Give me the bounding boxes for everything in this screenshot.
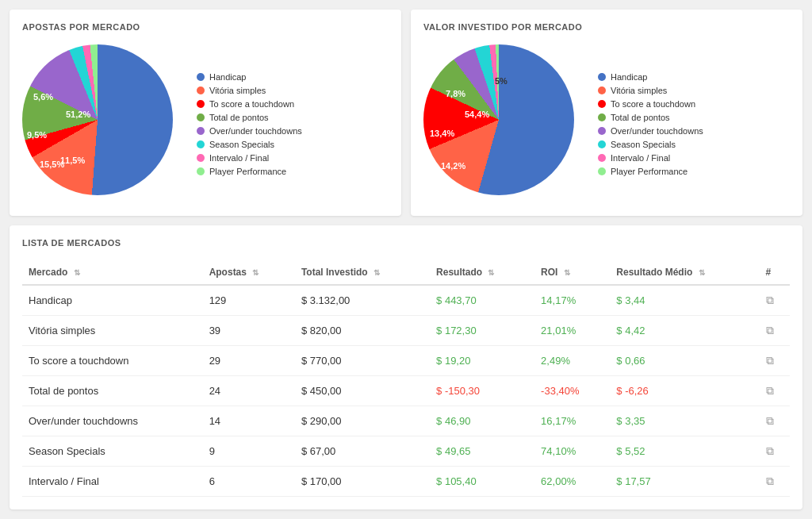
sort-icon[interactable]: ⇅ <box>699 268 705 277</box>
cell-link[interactable]: ⧉ <box>760 346 790 376</box>
legend-label: To score a touchdown <box>209 99 294 109</box>
cell-medio: $ 0,66 <box>610 346 759 376</box>
table-row: Total de pontos 24 $ 450,00 $ -150,30 -3… <box>22 376 790 406</box>
legend-label: Player Performance <box>611 167 688 176</box>
table-row: Vitória simples 39 $ 820,00 $ 172,30 21,… <box>22 316 790 346</box>
cell-mercado: Intervalo / Final <box>22 467 203 497</box>
cell-mercado: Season Specials <box>22 436 203 467</box>
legend-label: Over/under touchdowns <box>611 126 703 136</box>
legend-over-1: Over/under touchdowns <box>197 126 302 136</box>
legend-dot <box>197 154 205 162</box>
legend-touchdown-1: To score a touchdown <box>197 99 302 109</box>
legend-dot <box>598 154 606 162</box>
external-link-icon[interactable]: ⧉ <box>766 294 774 306</box>
cell-mercado: Over/under touchdowns <box>22 406 203 436</box>
cell-medio: $ -6,26 <box>610 376 759 406</box>
legend-dot <box>598 140 606 148</box>
cell-apostas: 129 <box>203 285 295 316</box>
cell-apostas: 9 <box>203 436 295 467</box>
legend-label: Player Performance <box>209 167 286 176</box>
sort-icon[interactable]: ⇅ <box>252 268 259 277</box>
cell-resultado: $ 46,90 <box>430 406 534 436</box>
sort-icon[interactable]: ⇅ <box>564 268 570 277</box>
cell-medio: $ 17,57 <box>610 467 759 497</box>
col-hash: # <box>760 260 790 285</box>
valor-title: VALOR INVESTIDO POR MERCADO <box>423 22 790 32</box>
legend-label: Vitória simples <box>209 86 266 95</box>
cell-resultado: $ 105,40 <box>430 467 534 497</box>
cell-roi: 21,01% <box>534 316 610 346</box>
cell-mercado: Handicap <box>22 285 203 316</box>
table-row: To score a touchdown 29 $ 770,00 $ 19,20… <box>22 346 790 376</box>
external-link-icon[interactable]: ⧉ <box>766 384 774 397</box>
legend-label: Season Specials <box>611 140 676 149</box>
external-link-icon[interactable]: ⧉ <box>766 324 774 336</box>
cell-medio: $ 3,35 <box>610 406 759 436</box>
legend-player-2: Player Performance <box>598 167 703 176</box>
external-link-icon[interactable]: ⧉ <box>766 414 774 427</box>
legend-dot <box>598 100 606 108</box>
legend-label: Total de pontos <box>611 113 670 122</box>
cell-roi: 2,49% <box>534 346 610 376</box>
legend-over-2: Over/under touchdowns <box>598 126 703 136</box>
external-link-icon[interactable]: ⧉ <box>766 444 774 457</box>
cell-total: $ 820,00 <box>295 316 430 346</box>
cell-medio: $ 3,44 <box>610 285 759 316</box>
legend-dot <box>598 73 606 81</box>
apostas-card: APOSTAS POR MERCADO 51,2% 15,5% 11,5% 9,… <box>10 10 401 216</box>
legend-dot <box>598 167 606 175</box>
legend-player-1: Player Performance <box>197 167 302 176</box>
cell-link[interactable]: ⧉ <box>760 467 790 497</box>
apostas-legend: Handicap Vitória simples To score a touc… <box>197 72 302 176</box>
apostas-title: APOSTAS POR MERCADO <box>22 22 389 32</box>
col-medio[interactable]: Resultado Médio ⇅ <box>610 260 759 285</box>
cell-mercado: To score a touchdown <box>22 346 203 376</box>
cell-apostas: 6 <box>203 467 295 497</box>
legend-dot <box>598 113 606 121</box>
cell-roi: 62,00% <box>534 467 610 497</box>
cell-roi: -33,40% <box>534 376 610 406</box>
cell-link[interactable]: ⧉ <box>760 316 790 346</box>
legend-intervalo-2: Intervalo / Final <box>598 153 703 163</box>
external-link-icon[interactable]: ⧉ <box>766 475 774 487</box>
cell-link[interactable]: ⧉ <box>760 406 790 436</box>
valor-pie-wrapper: 54,4% 14,2% 13,4% 7,8% 5% <box>423 44 582 203</box>
cell-resultado: $ -150,30 <box>430 376 534 406</box>
legend-dot <box>197 113 205 121</box>
sort-icon[interactable]: ⇅ <box>488 268 494 277</box>
markets-table: Mercado ⇅ Apostas ⇅ Total Investido ⇅ Re… <box>22 260 790 497</box>
external-link-icon[interactable]: ⧉ <box>766 354 774 367</box>
apostas-pie-wrapper: 51,2% 15,5% 11,5% 9,5% 5,6% <box>22 44 181 203</box>
legend-label: Intervalo / Final <box>611 153 670 163</box>
valor-pie-chart <box>423 44 574 195</box>
sort-icon[interactable]: ⇅ <box>373 268 380 277</box>
col-resultado[interactable]: Resultado ⇅ <box>430 260 534 285</box>
legend-vitoria-1: Vitória simples <box>197 86 302 95</box>
cell-link[interactable]: ⧉ <box>760 436 790 467</box>
legend-dot <box>598 86 606 94</box>
cell-link[interactable]: ⧉ <box>760 285 790 316</box>
cell-resultado: $ 172,30 <box>430 316 534 346</box>
legend-label: Over/under touchdowns <box>209 126 302 136</box>
legend-dot <box>197 73 205 81</box>
cell-apostas: 14 <box>203 406 295 436</box>
col-mercado[interactable]: Mercado ⇅ <box>22 260 203 285</box>
cell-link[interactable]: ⧉ <box>760 376 790 406</box>
legend-handicap-2: Handicap <box>598 72 703 82</box>
cell-total: $ 290,00 <box>295 406 430 436</box>
cell-resultado: $ 19,20 <box>430 346 534 376</box>
valor-chart-container: 54,4% 14,2% 13,4% 7,8% 5% Handicap Vitór… <box>423 44 790 203</box>
cell-roi: 16,17% <box>534 406 610 436</box>
cell-apostas: 24 <box>203 376 295 406</box>
legend-total-1: Total de pontos <box>197 113 302 122</box>
col-apostas[interactable]: Apostas ⇅ <box>203 260 295 285</box>
sort-icon[interactable]: ⇅ <box>74 268 80 277</box>
col-roi[interactable]: ROI ⇅ <box>534 260 610 285</box>
table-row: Handicap 129 $ 3.132,00 $ 443,70 14,17% … <box>22 285 790 316</box>
col-total[interactable]: Total Investido ⇅ <box>295 260 430 285</box>
valor-card: VALOR INVESTIDO POR MERCADO 54,4% 14,2% … <box>411 10 802 216</box>
apostas-pie-chart <box>22 44 173 195</box>
cell-total: $ 67,00 <box>295 436 430 467</box>
legend-label: Total de pontos <box>209 113 269 122</box>
cell-resultado: $ 49,65 <box>430 436 534 467</box>
